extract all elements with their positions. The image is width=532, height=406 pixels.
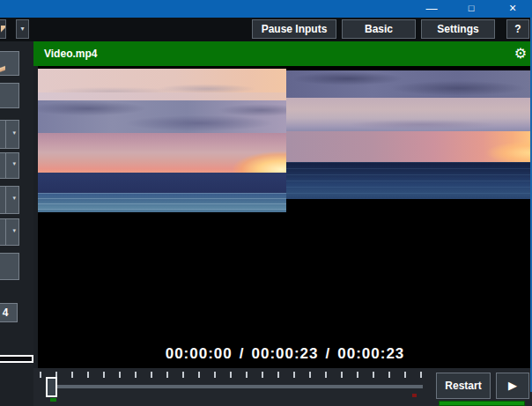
timecode-remaining: 00:00:23: [337, 345, 404, 362]
pause-inputs-button[interactable]: Pause Inputs: [252, 19, 336, 39]
input-selector-text-fragment: [1, 26, 6, 33]
close-icon[interactable]: ×: [499, 0, 526, 18]
ocean-band: [38, 193, 286, 212]
basic-button[interactable]: Basic: [342, 19, 416, 39]
loop-in-marker: [50, 398, 56, 402]
cloud-band: [286, 70, 532, 98]
title-bar: — □ ×: [0, 0, 532, 18]
video-frame-right: [286, 70, 532, 199]
app-window: — □ × ▾ Pause Inputs Basic Settings ? ▾ …: [0, 0, 532, 406]
chevron-down-icon: ▾: [20, 25, 24, 33]
input-title: Video.mp4: [44, 41, 97, 66]
sky-band: [38, 69, 286, 92]
left-sidebar: ▾ ▾ ▾ ▾ 4: [0, 41, 33, 406]
video-frame-left: [38, 69, 286, 212]
timecode-position: 00:00:00: [166, 345, 233, 362]
chevron-down-icon: ▾: [12, 129, 16, 137]
play-icon: ▶: [508, 379, 517, 392]
timecode-separator: /: [319, 345, 338, 362]
audio-meter-fragment: [0, 355, 33, 363]
transport-bar: Restart ▶: [33, 368, 532, 406]
maximize-icon[interactable]: □: [458, 0, 484, 18]
ocean-band: [286, 162, 532, 199]
input-header[interactable]: Video.mp4 ⚙: [33, 41, 532, 66]
play-button[interactable]: ▶: [496, 373, 529, 399]
sidebar-button-2[interactable]: [0, 83, 19, 108]
seek-handle[interactable]: [46, 377, 57, 397]
ocean-band: [38, 173, 286, 193]
divider: [5, 121, 6, 148]
toolbar: ▾ Pause Inputs Basic Settings ?: [0, 18, 532, 41]
loop-out-marker: [412, 394, 417, 397]
sidebar-button-1[interactable]: [0, 51, 19, 76]
restart-button[interactable]: Restart: [436, 373, 491, 399]
sunset-band: [38, 133, 286, 173]
help-button[interactable]: ?: [506, 19, 529, 39]
input-selector-fragment[interactable]: [0, 19, 6, 39]
sidebar-split-button-2[interactable]: ▾: [0, 152, 19, 179]
timecode-display: 00:00:00/00:00:23/00:00:23: [38, 345, 532, 363]
gear-icon[interactable]: ⚙: [514, 41, 527, 66]
sidebar-split-button-1[interactable]: ▾: [0, 120, 19, 149]
sidebar-badge-button[interactable]: 4: [0, 303, 18, 322]
input-selector-dropdown[interactable]: ▾: [16, 19, 29, 39]
sidebar-split-button-4[interactable]: ▾: [0, 218, 19, 246]
timecode-separator: /: [233, 345, 252, 362]
timecode-duration: 00:00:23: [251, 345, 318, 362]
sunset-band: [286, 131, 532, 162]
divider: [5, 187, 6, 213]
minimize-icon[interactable]: —: [418, 0, 445, 18]
sidebar-split-button-3[interactable]: ▾: [0, 186, 19, 214]
sky-band: [38, 92, 286, 100]
sidebar-button-3[interactable]: [0, 253, 19, 280]
chevron-down-icon: ▾: [12, 227, 16, 234]
settings-button[interactable]: Settings: [421, 19, 495, 39]
sky-band: [286, 98, 532, 131]
seek-ruler: [40, 372, 425, 378]
cloud-band: [38, 100, 286, 133]
divider: [5, 219, 6, 245]
divider: [5, 153, 6, 178]
chevron-down-icon: ▾: [12, 195, 16, 202]
chevron-down-icon: ▾: [12, 160, 16, 167]
thumbnail-fragment: [0, 63, 5, 73]
next-input-header-fragment: [439, 401, 525, 406]
video-preview[interactable]: 00:00:00/00:00:23/00:00:23: [38, 66, 532, 368]
seek-track[interactable]: [57, 385, 423, 388]
